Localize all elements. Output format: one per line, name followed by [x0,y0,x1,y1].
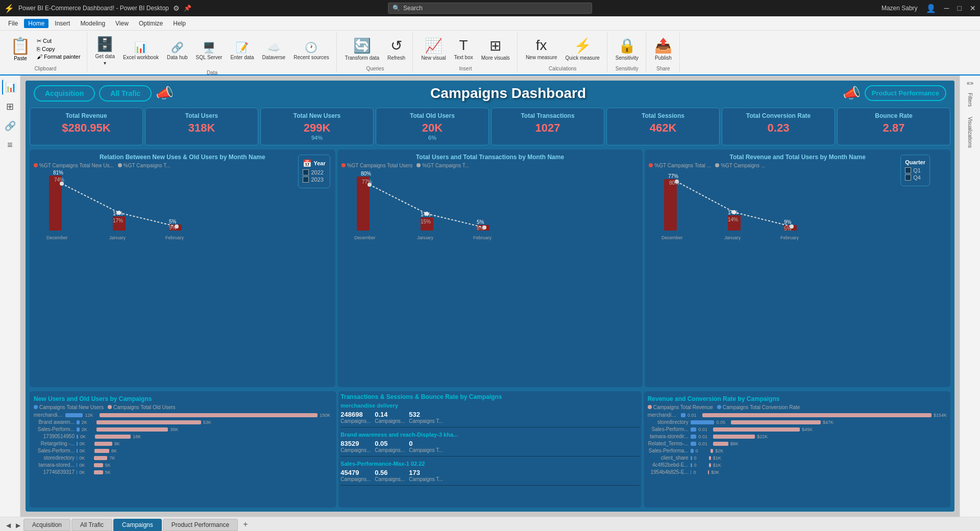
collapse-panel-icon[interactable]: «» [967,80,973,87]
q1-filter[interactable]: Q1 [905,167,925,173]
insert-label: Insert [459,64,472,71]
publish-icon: 📤 [654,37,672,54]
close-button[interactable]: ✕ [970,4,976,12]
more-visuals-icon: ⊞ [489,37,501,54]
svg-text:February: February [473,235,492,240]
svg-text:December: December [662,235,683,240]
campaign-bar-row-2: Sales-Perform... 2K 36K [34,426,332,432]
enter-data-button[interactable]: 📝 Enter data [227,39,257,62]
paste-button[interactable]: 📋 Paste [8,34,33,63]
menu-file[interactable]: File [4,19,22,28]
get-data-icon: 🗄️ [96,36,114,53]
svg-text:December: December [354,235,376,240]
app-title: Power BI E-Commerce Dashboard! - Power B… [18,5,169,12]
bottom-section: New Users and Old Users by Campaigns Cam… [26,389,954,512]
text-box-button[interactable]: T Text box [451,35,476,62]
dashboard-title: Campaigns Dashboard [178,85,838,102]
ribbon-sensitivity-items: 🔒 Sensitivity [612,34,642,64]
copy-button[interactable]: ⎘ Copy [35,45,83,53]
kpi-total-transactions: Total Transactions 1027 [491,108,604,145]
filters-panel-item[interactable]: Filters [965,89,975,111]
new-visual-button[interactable]: 📈 New visual [418,35,449,63]
report-view-icon[interactable]: 📊 [2,80,18,95]
dashboard-header: Acquisition All Trafic 📣 Campaigns Dashb… [26,81,954,106]
prev-page-button[interactable]: ◀ [4,520,13,531]
bottom-left-legend: Campaigns Total New Users Campaigns Tota… [34,404,332,410]
menu-bar: File Home Insert Modeling View Optimize … [0,16,980,31]
q4-filter[interactable]: Q4 [905,174,925,181]
add-page-button[interactable]: + [239,518,252,531]
tab-all-trafic[interactable]: All Trafic [71,519,112,531]
table-view-icon[interactable]: ⊞ [4,99,16,114]
tab-product-performance[interactable]: Product Performance [163,519,238,531]
title-bar-center: 🔍 Search [388,3,592,14]
year-2022-filter[interactable]: 2022 [303,169,325,175]
minimize-button[interactable]: ─ [944,4,949,12]
format-painter-button[interactable]: 🖌 Format painter [35,53,83,60]
new-measure-button[interactable]: fx New measure [523,35,560,62]
menu-help[interactable]: Help [169,19,190,28]
ribbon-share-items: 📤 Publish [651,34,675,64]
menu-optimize[interactable]: Optimize [135,19,167,28]
quick-measure-icon: ⚡ [574,37,592,54]
publish-button[interactable]: 📤 Publish [651,35,675,63]
svg-text:5%: 5% [477,219,484,225]
campaign-bar-row-8: 17746839317 0K 5K [34,469,332,475]
model-view-icon[interactable]: 🔗 [3,118,18,134]
excel-workbook-button[interactable]: 📊 Excel workbook [120,39,162,62]
all-trafic-tab[interactable]: All Trafic [99,85,152,102]
menu-insert[interactable]: Insert [51,19,74,28]
refresh-icon: ↺ [390,37,402,54]
q1-checkbox[interactable] [905,167,911,173]
acquisition-tab[interactable]: Acquisition [34,85,95,102]
svg-text:80%: 80% [361,171,371,176]
dataverse-button[interactable]: ☁️ Dataverse [259,39,289,62]
search-icon: 🔍 [393,5,400,12]
svg-text:5%: 5% [169,219,177,224]
quick-measure-button[interactable]: ⚡ Quick measure [562,35,603,63]
menu-home[interactable]: Home [24,19,48,28]
bottom-right-legend: Campaigns Total Revenue Campaigns Total … [648,404,946,410]
svg-text:February: February [165,235,184,240]
year-2023-filter[interactable]: 2023 [303,176,325,183]
tab-acquisition[interactable]: Acquisition [23,519,70,531]
year-2022-checkbox[interactable] [303,169,309,175]
svg-text:14%: 14% [421,212,431,217]
q4-checkbox[interactable] [905,174,911,181]
ribbon-share-group: 📤 Publish Share [647,33,680,72]
tabs-bar: ◀ ▶ Acquisition All Trafic Campaigns Pro… [0,517,980,531]
revenue-bar-row-6: client_share 0 $1K [648,455,946,461]
ribbon-data-items: 🗄️ Get data ▾ 📊 Excel workbook 🔗 Data hu… [92,34,332,68]
next-page-button[interactable]: ▶ [14,520,22,531]
trans-stats-2: 45479 Campaigns... 0.56 Campaigns... 173… [340,469,639,482]
kpi-row: Total Revenue $280.95K Total Users 318K … [26,106,954,147]
more-visuals-button[interactable]: ⊞ More visuals [478,35,513,63]
maximize-button[interactable]: □ [958,4,962,12]
menu-view[interactable]: View [111,19,133,28]
pin-icon: 📌 [184,5,191,12]
ribbon-queries-group: 🔄 Transform data ↺ Refresh Queries [338,33,413,72]
cut-button[interactable]: ✂ Cut [35,37,83,45]
product-performance-tab[interactable]: Product Performance [865,85,946,101]
transform-button[interactable]: 🔄 Transform data [342,35,382,63]
sql-icon: 🖥️ [203,41,215,54]
get-data-button[interactable]: 🗄️ Get data ▾ [92,34,118,68]
recent-sources-button[interactable]: 🕐 Recent sources [290,39,332,62]
left-panel: 📊 ⊞ 🔗 ≡ [0,75,20,517]
campaign-bar-row-7: tamara-stored... 0K 5K [34,462,332,468]
menu-modeling[interactable]: Modeling [76,19,109,28]
dax-icon[interactable]: ≡ [5,138,15,153]
search-bar[interactable]: 🔍 Search [388,3,592,14]
refresh-button[interactable]: ↺ Refresh [384,35,408,63]
sql-server-button[interactable]: 🖥️ SQL Server [193,39,226,62]
data-hub-button[interactable]: 🔗 Data hub [164,39,191,62]
visualizations-panel-item[interactable]: Visualizations [965,113,975,152]
campaign-bar-row-3: 17390514950 0K 18K [34,434,332,439]
calculations-label: Calculations [549,64,576,71]
sensitivity-button[interactable]: 🔒 Sensitivity [612,35,642,63]
tab-campaigns[interactable]: Campaigns [113,519,162,531]
year-2023-checkbox[interactable] [303,176,309,183]
svg-text:9%: 9% [784,219,792,225]
kpi-conversion-rate: Total Conversion Rate 0.23 [722,108,835,145]
trans-stats-0: 248698 Campaigns... 0.14 Campaigns... 53… [340,411,639,424]
